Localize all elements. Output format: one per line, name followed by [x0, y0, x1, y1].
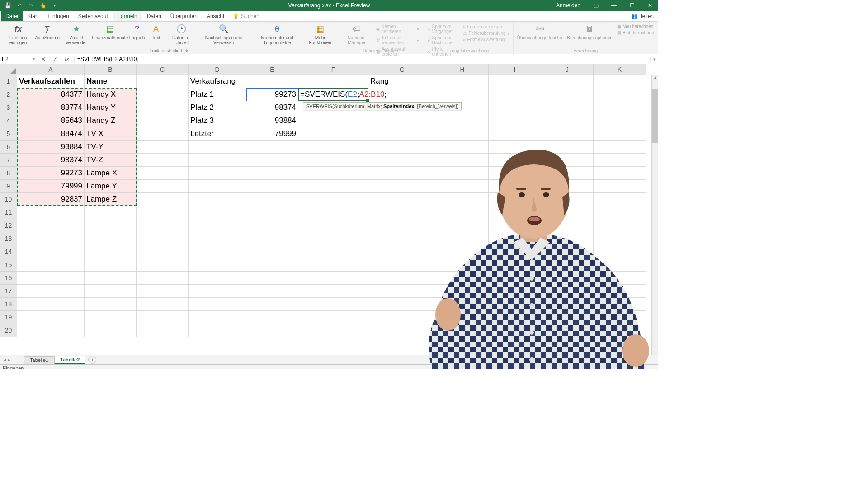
cell[interactable] [17, 219, 85, 232]
cell[interactable] [594, 180, 646, 193]
cell[interactable] [298, 232, 368, 245]
save-icon[interactable]: 💾 [4, 1, 12, 9]
cell[interactable] [594, 75, 646, 88]
cell[interactable] [436, 167, 489, 180]
insert-function-button[interactable]: fxFunktion einfügen [3, 23, 33, 45]
row-header[interactable]: 9 [0, 180, 17, 193]
cell[interactable] [246, 141, 298, 154]
cell[interactable] [436, 232, 489, 245]
cell[interactable] [189, 298, 246, 311]
cell-a9[interactable]: 79999 [17, 180, 85, 193]
cell[interactable] [246, 232, 298, 245]
cell[interactable] [246, 258, 298, 272]
row-header[interactable]: 8 [0, 167, 17, 180]
cell[interactable] [137, 311, 189, 324]
cell[interactable] [137, 245, 189, 258]
tab-file[interactable]: Datei [1, 11, 23, 21]
cell[interactable] [436, 127, 489, 141]
trace-precedents-button[interactable]: ↳ Spur zum Vorgänger [426, 23, 459, 34]
cell[interactable] [298, 167, 368, 180]
cell[interactable] [137, 88, 189, 101]
cell-b1[interactable]: Name [85, 75, 137, 88]
cell[interactable] [368, 127, 436, 141]
col-header-a[interactable]: A [17, 64, 85, 75]
tooltip-p3[interactable]: Spaltenindex [383, 103, 414, 109]
cell[interactable] [137, 141, 189, 154]
col-header-b[interactable]: B [85, 64, 137, 75]
cell[interactable] [137, 324, 189, 337]
cell-a5[interactable]: 88474 [17, 127, 85, 141]
row-header[interactable]: 19 [0, 311, 17, 324]
cell-b3[interactable]: Handy Y [85, 101, 137, 114]
cell[interactable] [189, 193, 246, 206]
cell[interactable] [246, 285, 298, 298]
cell[interactable] [489, 180, 541, 193]
cell[interactable] [368, 272, 436, 285]
cell[interactable] [189, 324, 246, 337]
cell[interactable] [298, 141, 368, 154]
cell[interactable] [436, 219, 489, 232]
row-header[interactable]: 20 [0, 324, 17, 337]
cell-a4[interactable]: 85643 [17, 114, 85, 127]
cell[interactable] [594, 167, 646, 180]
cell[interactable] [541, 101, 594, 114]
cell-a2[interactable]: 84377 [17, 88, 85, 101]
cell[interactable] [594, 298, 646, 311]
cell[interactable] [85, 324, 137, 337]
cell-e1[interactable] [246, 75, 298, 88]
cell[interactable] [436, 154, 489, 167]
cell[interactable] [368, 245, 436, 258]
lookup-button[interactable]: 🔍Nachschlagen und Verweisen [199, 23, 249, 45]
tab-formeln[interactable]: Formeln [113, 11, 142, 21]
logical-button[interactable]: ?Logisch [129, 23, 145, 40]
grid-cells[interactable]: Verkaufszahlen Name Verkaufsrang Rang 84… [17, 75, 658, 355]
cell[interactable] [436, 206, 489, 219]
show-formulas-button[interactable]: ⌗ Formeln anzeigen [462, 23, 510, 30]
cell-d3[interactable]: Platz 2 [189, 101, 246, 114]
redo-icon[interactable]: ↷ [27, 1, 35, 9]
cell[interactable] [436, 75, 489, 88]
row-header[interactable]: 12 [0, 219, 17, 232]
cell[interactable] [85, 219, 137, 232]
cell[interactable] [436, 245, 489, 258]
cell-d2[interactable]: Platz 1 [189, 88, 246, 101]
cell[interactable] [85, 258, 137, 272]
row-header[interactable]: 11 [0, 206, 17, 219]
cell[interactable] [189, 167, 246, 180]
cell[interactable] [541, 167, 594, 180]
tab-daten[interactable]: Daten [142, 11, 166, 21]
cell[interactable] [489, 258, 541, 272]
cell[interactable] [541, 324, 594, 337]
cell[interactable] [436, 193, 489, 206]
cell[interactable] [541, 245, 594, 258]
cell[interactable] [298, 154, 368, 167]
cell[interactable] [489, 127, 541, 141]
cell[interactable] [594, 141, 646, 154]
cell[interactable] [298, 245, 368, 258]
cell[interactable] [541, 311, 594, 324]
row-header[interactable]: 17 [0, 285, 17, 298]
cell[interactable] [137, 114, 189, 127]
cell[interactable] [298, 272, 368, 285]
row-header[interactable]: 7 [0, 154, 17, 167]
col-header-c[interactable]: C [137, 64, 189, 75]
cell[interactable] [489, 101, 541, 114]
cell[interactable] [594, 258, 646, 272]
cell[interactable] [17, 245, 85, 258]
cell[interactable] [436, 285, 489, 298]
col-header-k[interactable]: K [594, 64, 646, 75]
cell[interactable] [17, 311, 85, 324]
cell[interactable] [489, 298, 541, 311]
cell[interactable] [594, 285, 646, 298]
cell-g1[interactable]: Rang [368, 75, 436, 88]
recent-button[interactable]: ★Zuletzt verwendet [61, 23, 92, 45]
cell[interactable] [137, 127, 189, 141]
cell-b5[interactable]: TV X [85, 127, 137, 141]
cell[interactable] [594, 114, 646, 127]
row-header[interactable]: 10 [0, 193, 17, 206]
cell[interactable] [246, 180, 298, 193]
name-box[interactable]: E2 ▾ [0, 55, 36, 64]
cell[interactable] [17, 298, 85, 311]
cell-a6[interactable]: 93884 [17, 141, 85, 154]
cell[interactable] [137, 167, 189, 180]
